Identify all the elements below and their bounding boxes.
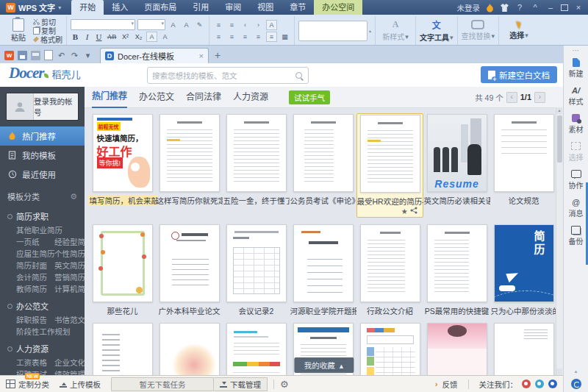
subscript-button[interactable]: X₂: [133, 33, 144, 40]
download-task-status[interactable]: 暂无下载任务: [111, 377, 214, 391]
decrease-indent-button[interactable]: ‹: [240, 20, 251, 30]
sidebar-link[interactable]: 简历封面: [16, 260, 54, 271]
settings-gear-icon[interactable]: ⚙: [280, 379, 289, 390]
line-spacing-button[interactable]: ≡: [266, 32, 277, 42]
numbered-list-button[interactable]: ≡: [226, 20, 237, 30]
tab-insert[interactable]: 插入: [104, 0, 136, 15]
template-card[interactable]: 那些花儿: [89, 224, 156, 316]
chevron-down-icon[interactable]: ▾: [58, 4, 61, 11]
sidebar-link[interactable]: 工资表格: [16, 357, 54, 368]
template-card[interactable]: 这样写简历你就死定了: [156, 113, 223, 218]
style-gallery-arrows[interactable]: ▴: [369, 28, 371, 34]
feedback-link[interactable]: 反馈: [442, 379, 458, 390]
bullet-list-button[interactable]: ≡: [213, 20, 224, 30]
strikethrough-button[interactable]: AB: [106, 33, 118, 40]
content-scrollbar[interactable]: ▴: [556, 107, 563, 375]
template-card[interactable]: [223, 322, 290, 375]
underline-button[interactable]: U: [94, 32, 104, 41]
close-icon[interactable]: ×: [573, 3, 584, 12]
sidebar-item-my-templates[interactable]: 我的模板: [0, 146, 85, 165]
tab-page-layout[interactable]: 页面布局: [136, 0, 184, 15]
justify-button[interactable]: ≡: [253, 32, 264, 42]
template-card[interactable]: PS最常用的快捷键: [423, 224, 490, 316]
template-card[interactable]: [156, 322, 223, 375]
redo-icon[interactable]: ↷: [70, 51, 79, 60]
tab-office-space[interactable]: 办公空间: [314, 0, 362, 15]
login-status[interactable]: 未登录: [457, 2, 481, 13]
template-card[interactable]: 前程无忧 快速填简历， 好工作 等你挑! 填写简历，机会来敲门: [89, 113, 156, 218]
minimize-icon[interactable]: –: [545, 3, 556, 12]
sidebar-item-hot[interactable]: 热门推荐: [0, 126, 85, 146]
sidebar-link[interactable]: 经验型简历: [54, 236, 85, 248]
shrink-font-button[interactable]: A: [181, 20, 192, 30]
sidebar-link[interactable]: 个性简历: [54, 248, 85, 260]
tab-references[interactable]: 引用: [184, 0, 217, 15]
text-direction-button[interactable]: A: [266, 20, 277, 30]
sidebar-link[interactable]: 辞职报告: [16, 314, 54, 326]
sidebar-link[interactable]: 英文简历: [54, 260, 85, 271]
sort-button[interactable]: [279, 20, 290, 30]
bold-button[interactable]: B: [71, 32, 80, 41]
template-card[interactable]: 会议记录2: [223, 224, 290, 316]
content-tab-contract[interactable]: 合同法律: [186, 88, 221, 107]
highlight-button[interactable]: A: [159, 32, 171, 42]
style-gallery[interactable]: [298, 21, 368, 41]
upload-template-button[interactable]: 上传模板: [60, 379, 101, 390]
scroll-down-icon[interactable]: [556, 368, 562, 375]
customize-category-button[interactable]: NEW 定制分类: [6, 379, 49, 390]
tab-section[interactable]: 章节: [282, 0, 314, 15]
group-title-hr[interactable]: 人力资源: [0, 338, 85, 357]
template-card[interactable]: [423, 322, 490, 375]
increase-indent-button[interactable]: ›: [253, 20, 264, 30]
tab-view[interactable]: 视图: [249, 0, 282, 15]
rail-item-collaborate[interactable]: 协作: [564, 169, 588, 190]
italic-button[interactable]: I: [82, 32, 92, 41]
new-style-button[interactable]: A 新样式▾: [376, 16, 416, 45]
select-button[interactable]: 选择▾: [499, 16, 539, 45]
scrollbar-thumb[interactable]: [557, 115, 562, 163]
new-blank-doc-button[interactable]: 新建空白文档: [481, 66, 557, 83]
gear-icon[interactable]: ⚙: [70, 192, 77, 202]
close-tab-icon[interactable]: ×: [199, 51, 204, 60]
rail-scroll-arrows[interactable]: ▴: [575, 368, 578, 374]
qzone-icon[interactable]: [535, 379, 544, 388]
text-tool-button[interactable]: 文 文字工具▾: [416, 16, 458, 45]
font-color-button[interactable]: A: [146, 32, 157, 42]
sidebar-link[interactable]: 教师简历: [16, 283, 54, 295]
align-right-button[interactable]: ≡: [240, 32, 251, 42]
rail-item-message[interactable]: @消息: [564, 197, 588, 218]
group-title-office-docs[interactable]: 办公范文: [0, 295, 85, 314]
skin-icon[interactable]: [500, 3, 509, 13]
login-button[interactable]: 登录我的帐号: [33, 93, 78, 120]
wps-home-icon[interactable]: W: [4, 51, 14, 60]
wps-community-icon[interactable]: [571, 379, 581, 389]
template-card[interactable]: [89, 322, 156, 375]
sidebar-link[interactable]: 会计简历: [16, 271, 54, 283]
content-tab-office[interactable]: 办公范文: [139, 88, 174, 107]
shading-button[interactable]: ▦: [279, 32, 290, 42]
tab-home[interactable]: 开始: [71, 0, 104, 15]
grow-font-button[interactable]: A: [168, 20, 179, 30]
tab-review[interactable]: 审阅: [217, 0, 249, 15]
template-card[interactable]: 河源职业学院开题报告: [290, 224, 356, 316]
save-icon[interactable]: [18, 51, 27, 60]
sidebar-link[interactable]: 绩效管理: [54, 368, 85, 375]
customize-toolbar-icon[interactable]: ▾: [83, 51, 93, 60]
search-icon[interactable]: [295, 71, 304, 80]
superscript-button[interactable]: X²: [120, 33, 131, 40]
content-tab-hr[interactable]: 人力资源: [233, 88, 268, 107]
template-card[interactable]: [490, 322, 556, 375]
scroll-up-icon[interactable]: ▴: [556, 107, 562, 114]
paste-button[interactable]: 粘贴: [7, 18, 30, 43]
template-card[interactable]: 简历 只为心中那份淡淡的梦: [490, 224, 556, 316]
content-tab-hot[interactable]: 热门推荐: [92, 87, 127, 108]
restore-icon[interactable]: [561, 4, 568, 11]
rail-item-style[interactable]: A/样式: [564, 85, 588, 107]
document-tab[interactable]: D Docer-在线模板 ×: [100, 48, 209, 63]
favorite-star-icon[interactable]: ★: [401, 207, 408, 215]
template-card[interactable]: 公务员考试《申论》万: [290, 113, 356, 218]
sidebar-link[interactable]: 书信范文: [54, 314, 85, 326]
group-title-resume[interactable]: 简历求职: [0, 205, 85, 224]
format-painter-button[interactable]: 格式刷: [33, 35, 62, 43]
template-card[interactable]: 论文规范: [490, 113, 556, 218]
